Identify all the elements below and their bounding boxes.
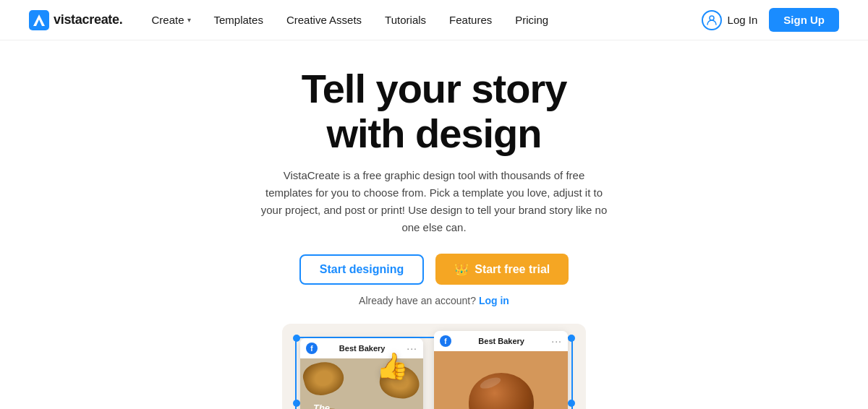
svg-rect-0 — [29, 10, 49, 30]
social-card-right: f Best Bakery ··· 🏠 🕐 Fri, 8:00 AM — [434, 331, 568, 409]
handle-middle-left — [293, 400, 300, 407]
card-left-body: 👍 The pastry — [300, 358, 423, 409]
hero-title: Tell your story with design — [302, 66, 567, 155]
hero-login-row: Already have an account? Log in — [359, 295, 509, 306]
bread-gloss — [478, 375, 501, 391]
handle-top-left — [293, 335, 300, 342]
crown-icon: 👑 — [454, 262, 469, 276]
handle-top-right — [568, 335, 575, 342]
nav-links: Create ▾ Templates Creative Assets Tutor… — [151, 14, 701, 26]
card-right-body: 🏠 — [434, 351, 568, 409]
logo-text: vistacreate. — [54, 12, 122, 27]
nav-pricing[interactable]: Pricing — [515, 14, 548, 26]
hero-buttons: Start designing 👑 Start free trial — [299, 254, 569, 285]
pastry-image-1 — [300, 358, 347, 400]
hero-subtitle: VistaCreate is a free graphic design too… — [260, 167, 608, 236]
preview-container: f Best Bakery ··· 👍 The pastry 🕐 — [282, 324, 586, 409]
facebook-icon: f — [306, 343, 318, 354]
user-icon — [702, 10, 722, 30]
nav-create[interactable]: Create ▾ — [151, 14, 190, 26]
navbar: vistacreate. Create ▾ Templates Creative… — [0, 0, 868, 40]
start-free-trial-button[interactable]: 👑 Start free trial — [435, 254, 569, 285]
nav-right: Log In Sign Up — [702, 8, 839, 32]
card-right-header: f Best Bakery ··· — [434, 331, 568, 351]
svg-point-2 — [710, 16, 714, 20]
pastry-title: The pastry — [307, 401, 336, 409]
social-card-left: f Best Bakery ··· 👍 The pastry 🕐 — [300, 338, 423, 409]
vistacreate-logo-icon — [29, 10, 49, 30]
card-menu-dots-right: ··· — [551, 335, 562, 347]
thumbs-up-icon: 👍 — [376, 351, 409, 382]
nav-templates[interactable]: Templates — [214, 14, 263, 26]
nav-creative-assets[interactable]: Creative Assets — [286, 14, 362, 26]
handle-middle-right — [568, 400, 575, 407]
chevron-down-icon: ▾ — [187, 16, 191, 24]
nav-features[interactable]: Features — [449, 14, 492, 26]
start-designing-button[interactable]: Start designing — [299, 254, 424, 285]
facebook-icon-right: f — [440, 335, 451, 347]
bread-image — [469, 373, 534, 409]
preview-area: f Best Bakery ··· 👍 The pastry 🕐 — [0, 324, 868, 409]
hero-section: Tell your story with design VistaCreate … — [0, 40, 868, 409]
hero-login-link[interactable]: Log in — [479, 295, 509, 306]
signup-button[interactable]: Sign Up — [769, 8, 839, 32]
logo[interactable]: vistacreate. — [29, 10, 122, 30]
login-button[interactable]: Log In — [702, 10, 758, 30]
nav-tutorials[interactable]: Tutorials — [385, 14, 426, 26]
